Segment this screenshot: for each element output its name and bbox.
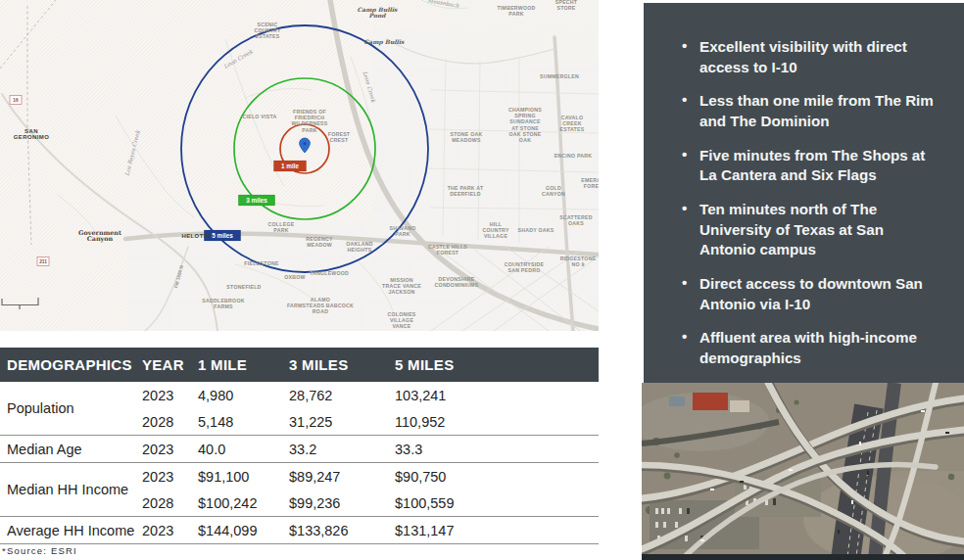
map-label: FIELDSTONE — [244, 260, 279, 266]
map-label: FORESTCREST — [328, 131, 351, 143]
aerial-photo-graphic — [642, 383, 964, 560]
map-label: SPECHTSTORE — [555, 0, 578, 11]
highlight-bullet: Excellent visibility with direct access … — [681, 37, 939, 77]
table-row: Median Age202340.033.233.3 — [0, 436, 599, 463]
table-row: Median HH Income2023$91,100$89,247$90,75… — [0, 463, 599, 490]
map-label: TANGLEWOOD — [310, 270, 349, 276]
aerial-photo — [642, 383, 964, 560]
highlight-bullet: Ten minutes north of The University of T… — [681, 200, 939, 260]
highlight-bullet: Direct access to downtown San Antonio vi… — [681, 274, 939, 314]
map-label: STONE OAKMEADOWS — [451, 131, 483, 143]
radius-badge-label: 3 miles — [246, 197, 267, 204]
map-label: Camp Bullis — [364, 38, 406, 46]
highlight-bullet: Less than one mile from The Rim and The … — [681, 91, 939, 131]
table-cell: 103,241 — [395, 382, 599, 408]
road-shield-label: 16 — [13, 98, 19, 103]
table-row-label: Median Age — [0, 436, 142, 463]
table-cell: 2023 — [142, 436, 198, 463]
table-cell: 33.2 — [289, 436, 395, 463]
map-label: OXBOW — [284, 274, 305, 280]
table-cell: 28,762 — [289, 382, 395, 408]
map-label: SHADY OAKS — [518, 227, 554, 233]
highlights-panel: Excellent visibility with direct access … — [644, 3, 964, 383]
table-cell: 5,148 — [198, 408, 289, 436]
map-label: COUNTRYSIDESAN PEDRO — [505, 261, 545, 273]
table-cell: 2023 — [142, 382, 198, 408]
table-cell: 2028 — [142, 408, 198, 436]
map-label: ENCINO PARK — [554, 153, 593, 159]
map-label: STONEFIELD — [226, 284, 261, 290]
table-header-cell: DEMOGRAPHICS — [0, 348, 142, 382]
map-label: SCENICCOUNTRYESTATES — [254, 22, 280, 39]
table-cell: $144,099 — [198, 517, 289, 544]
map-label: THE PARK ATDEERFIELD — [448, 185, 484, 197]
table-cell: $131,147 — [395, 517, 599, 544]
road-shield-label: 211 — [39, 259, 47, 264]
map-label: SUMMERGLEN — [540, 73, 579, 79]
table-cell: $89,247 — [289, 463, 395, 490]
table-cell: $90,750 — [395, 463, 599, 490]
table-row-label: Average HH Income — [0, 517, 142, 544]
highlight-bullet: Affluent area with high-income demograph… — [681, 328, 939, 368]
demographics-section: DEMOGRAPHICSYEAR1 MILE3 MILES5 MILES Pop… — [0, 348, 599, 544]
highlight-bullet: Five minutes from The Shops at La Canter… — [681, 146, 939, 186]
table-row: Population20234,98028,762103,241 — [0, 382, 599, 408]
map-canvas: 1 mile3 miles5 miles 16211 SCENICCOUNTRY… — [0, 0, 599, 331]
table-header-cell: 1 MILE — [198, 348, 289, 382]
table-cell: 33.3 — [395, 436, 599, 463]
table-cell: 2028 — [142, 490, 198, 517]
map-label: OAKLANDHEIGHTS — [346, 241, 373, 253]
table-header-cell: 3 MILES — [289, 348, 395, 382]
map-label: CIELO VISTA — [243, 114, 277, 119]
table-cell: 31,225 — [289, 408, 395, 436]
map-label: CAVALOCREEKESTATES — [560, 115, 585, 132]
map-label: HELOTES — [181, 233, 212, 239]
table-cell: 4,980 — [198, 382, 289, 408]
source-note: *Source: ESRI — [2, 545, 77, 556]
location-map: 1 mile3 miles5 miles 16211 SCENICCOUNTRY… — [0, 0, 599, 331]
table-cell: $91,100 — [198, 463, 289, 490]
table-cell: $100,242 — [198, 490, 289, 517]
map-label: DEVONSHIRECONDOMINIUMS — [435, 276, 479, 288]
table-row-label: Population — [0, 382, 142, 436]
table-cell: 2023 — [142, 463, 198, 490]
map-label: EMERALDFOREST — [581, 177, 599, 189]
table-cell: 40.0 — [198, 436, 289, 463]
table-cell: 2023 — [142, 517, 198, 544]
table-cell: $99,236 — [289, 490, 395, 517]
table-row: Average HH Income2023$144,099$133,826$13… — [0, 517, 599, 544]
brochure-page: 1 mile3 miles5 miles 16211 SCENICCOUNTRY… — [0, 0, 964, 560]
photo-bottom-strip — [642, 554, 964, 560]
map-label: REGENCYMEADOW — [306, 236, 333, 248]
table-header-cell: YEAR — [142, 348, 198, 382]
demographics-table: DEMOGRAPHICSYEAR1 MILE3 MILES5 MILES Pop… — [0, 348, 599, 544]
table-cell: 110,952 — [395, 408, 599, 436]
radius-badge-label: 5 miles — [212, 232, 233, 239]
table-cell: $133,826 — [289, 517, 395, 544]
table-cell: $100,559 — [395, 490, 599, 517]
highlights-list: Excellent visibility with direct access … — [644, 3, 964, 369]
table-header-cell: 5 MILES — [395, 348, 599, 382]
table-header-row: DEMOGRAPHICSYEAR1 MILE3 MILES5 MILES — [0, 348, 599, 382]
table-row-label: Median HH Income — [0, 463, 142, 517]
radius-badge-label: 1 mile — [281, 163, 300, 169]
